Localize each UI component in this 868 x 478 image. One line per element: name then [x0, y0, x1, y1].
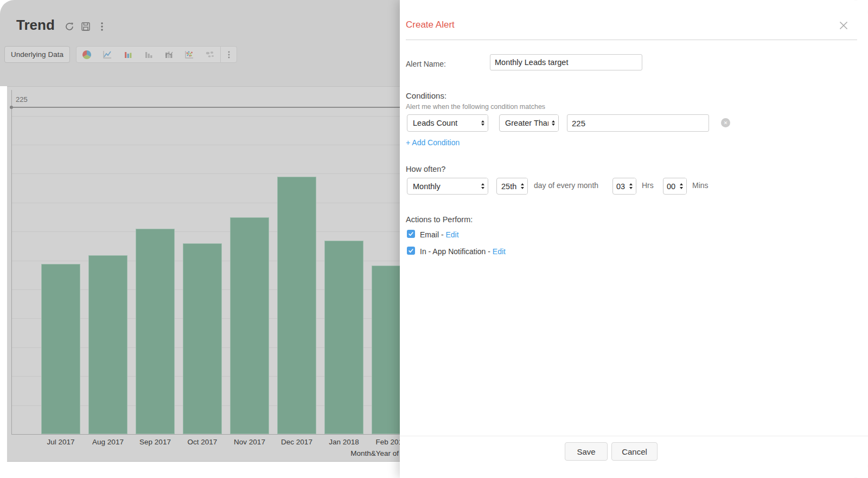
report-title: Trend: [16, 17, 55, 34]
select-arrows-icon: [676, 178, 686, 194]
refresh-icon[interactable]: [64, 21, 75, 32]
bar-chart: 225 Jul 2017Aug 2017Sep 2017Oct 2017Nov …: [7, 86, 400, 462]
x-axis-title: Month&Year of: [350, 449, 399, 457]
bar: [324, 241, 363, 434]
email-action-row: Email - Edit: [420, 230, 459, 239]
x-axis-label: Feb 2018: [368, 438, 400, 446]
bar: [136, 229, 175, 434]
bar: [372, 266, 400, 434]
y-axis: [11, 90, 12, 434]
threshold-label: 225: [16, 95, 28, 104]
cancel-button[interactable]: Cancel: [611, 442, 658, 461]
inapp-edit-link[interactable]: Edit: [493, 247, 506, 256]
email-checkbox[interactable]: [407, 230, 415, 238]
frequency-value: Monthly: [413, 182, 441, 191]
gridline: [11, 203, 400, 203]
x-axis-label: Jan 2018: [321, 438, 368, 446]
email-edit-link[interactable]: Edit: [445, 230, 458, 239]
bar: [183, 243, 222, 434]
bar-chart-icon[interactable]: [138, 47, 159, 62]
select-arrows-icon: [548, 115, 558, 131]
pie-chart-icon[interactable]: [76, 47, 97, 62]
day-of-month-text: day of every month: [534, 181, 598, 190]
bar: [88, 255, 127, 434]
condition-column-value: Leads Count: [413, 119, 457, 127]
remove-condition-icon[interactable]: ✕: [721, 118, 730, 127]
conditions-hint: Alert me when the following condition ma…: [406, 103, 545, 111]
more-options-icon[interactable]: [97, 21, 107, 32]
bar: [277, 177, 316, 434]
how-often-label: How often?: [406, 165, 445, 173]
tab-underlying-data-label: Underlying Data: [11, 50, 63, 59]
report-header: Trend Underlying Data: [0, 0, 400, 86]
create-alert-dialog: Create Alert Alert Name: Conditions: Ale…: [400, 0, 868, 478]
x-axis-label: Aug 2017: [85, 438, 132, 446]
conditions-label: Conditions:: [406, 91, 446, 100]
condition-value-input[interactable]: [567, 114, 709, 132]
line-chart-icon[interactable]: [97, 47, 118, 62]
x-axis-label: Dec 2017: [273, 438, 321, 446]
tab-underlying-data[interactable]: Underlying Data: [4, 46, 70, 63]
day-select[interactable]: 25th: [496, 178, 528, 195]
bar: [41, 264, 80, 434]
gridline: [11, 231, 400, 232]
x-axis-label: Oct 2017: [179, 438, 226, 446]
condition-operator-value: Greater Than: [505, 119, 552, 127]
footer-divider: [400, 436, 868, 436]
minute-value: 00: [667, 182, 675, 191]
x-axis-label: Nov 2017: [226, 438, 273, 446]
select-arrows-icon: [518, 178, 527, 194]
gridline: [11, 145, 400, 145]
select-arrows-icon: [478, 178, 488, 194]
bar-chart-colored-icon[interactable]: [118, 47, 138, 62]
close-icon[interactable]: [837, 19, 850, 32]
scatter-plot-icon[interactable]: [179, 47, 200, 62]
hrs-label: Hrs: [642, 181, 654, 190]
app-window: Trend Underlying Data: [0, 0, 868, 478]
inapp-checkbox[interactable]: [407, 247, 415, 255]
hour-select[interactable]: 03: [612, 178, 636, 195]
mins-label: Mins: [692, 181, 709, 190]
frequency-select[interactable]: Monthly: [407, 178, 488, 195]
dialog-title: Create Alert: [406, 20, 455, 30]
alert-name-label: Alert Name:: [406, 60, 446, 68]
select-arrows-icon: [626, 178, 636, 194]
more-chart-types-icon[interactable]: [221, 47, 237, 62]
save-button[interactable]: Save: [565, 442, 608, 461]
minute-select[interactable]: 00: [663, 178, 687, 195]
email-action-label: Email -: [420, 230, 444, 239]
inapp-action-row: In - App Notification - Edit: [420, 247, 506, 256]
actions-label: Actions to Perform:: [406, 215, 473, 224]
condition-operator-select[interactable]: Greater Than: [499, 114, 559, 132]
x-axis-label: Jul 2017: [37, 438, 85, 446]
hour-value: 03: [616, 182, 625, 191]
condition-column-select[interactable]: Leads Count: [407, 114, 488, 132]
x-axis-label: Sep 2017: [132, 438, 179, 446]
map-chart-icon[interactable]: [200, 47, 220, 62]
header-divider: [406, 40, 857, 40]
alert-name-input[interactable]: [490, 54, 642, 70]
threshold-line: [11, 107, 400, 108]
select-arrows-icon: [478, 115, 488, 131]
bar: [230, 217, 269, 434]
threshold-dot: [10, 106, 13, 109]
chart-type-toolbar: [76, 46, 237, 63]
inapp-action-label: In - App Notification -: [420, 247, 490, 256]
add-condition-link[interactable]: + Add Condition: [406, 138, 459, 147]
gridline: [11, 116, 400, 117]
report-view-dimmed: Trend Underlying Data: [0, 0, 400, 478]
day-value: 25th: [501, 182, 516, 191]
stacked-bar-chart-icon[interactable]: [159, 47, 180, 62]
gridline: [11, 173, 400, 174]
x-axis: [11, 434, 400, 435]
save-icon[interactable]: [80, 21, 91, 32]
